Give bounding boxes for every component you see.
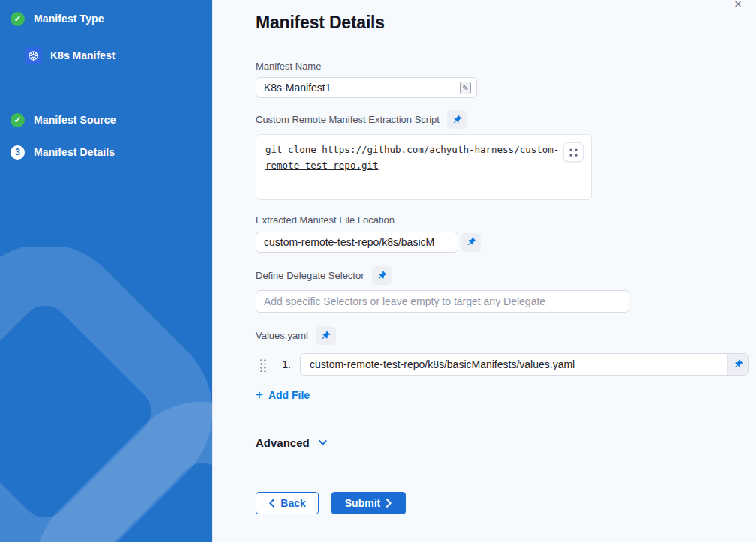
extracted-location-field [256, 232, 756, 253]
delegate-selector-header: Define Delegate Selector [256, 266, 756, 285]
manifest-name-label: Manifest Name [256, 61, 756, 73]
add-file-label: Add File [268, 389, 310, 401]
sidebar-step-manifest-type[interactable]: ✓ Manifest Type [10, 6, 212, 31]
plus-icon: + [256, 390, 263, 400]
chevron-down-icon [317, 437, 328, 448]
chevron-right-icon [386, 499, 392, 508]
extraction-script-runtime-pin-icon[interactable] [447, 110, 467, 129]
submit-button[interactable]: Submit [332, 492, 406, 514]
sidebar-step-manifest-details[interactable]: 3 Manifest Details [10, 139, 212, 165]
back-label: Back [280, 497, 305, 509]
values-yaml-runtime-pin-icon[interactable] [316, 326, 336, 345]
values-yaml-header: Values.yaml [256, 326, 756, 345]
values-file-field [300, 353, 748, 376]
submit-label: Submit [345, 497, 380, 509]
manifest-wizard-dialog: ✓ Manifest Type K8s Manifest ✓ [0, 0, 756, 542]
advanced-label: Advanced [256, 436, 310, 449]
step-label: Manifest Source [34, 114, 116, 126]
values-file-path-input[interactable] [301, 354, 728, 375]
extracted-location-runtime-pin-icon[interactable] [460, 233, 481, 252]
extraction-script-header: Custom Remote Manifest Extraction Script [256, 110, 756, 129]
add-file-button[interactable]: + Add File [256, 389, 310, 401]
delegate-selector-runtime-pin-icon[interactable] [372, 266, 392, 285]
sidebar-step-manifest-source[interactable]: ✓ Manifest Source [10, 107, 212, 133]
wizard-footer: Back Submit [256, 492, 756, 514]
extraction-script-editor[interactable]: git clone https://github.com/achyuth-har… [256, 134, 592, 200]
delegate-selector-input[interactable] [256, 290, 629, 313]
chevron-left-icon [268, 499, 275, 508]
harness-logo-watermark [0, 247, 212, 542]
script-code-text: git clone https://github.com/achyuth-har… [266, 142, 561, 173]
file-index: 1. [276, 358, 291, 370]
page-title: Manifest Details [256, 13, 756, 33]
manifest-name-input[interactable] [256, 78, 460, 97]
edit-name-icon[interactable]: ✎ [460, 82, 471, 94]
manifest-name-field: ✎ [256, 77, 477, 98]
manifest-details-panel: × Manifest Details Manifest Name ✎ Custo… [212, 0, 756, 542]
sidebar-item-k8s-manifest[interactable]: K8s Manifest [25, 46, 212, 64]
close-icon[interactable]: × [733, 0, 743, 12]
selected-manifest-type-label: K8s Manifest [50, 49, 115, 61]
kubernetes-icon [25, 47, 42, 64]
script-url-link: https://github.com/achyuth-harness/ [322, 144, 519, 155]
advanced-section-toggle[interactable]: Advanced [256, 436, 328, 449]
values-yaml-label: Values.yaml [256, 330, 308, 342]
wizard-sidebar: ✓ Manifest Type K8s Manifest ✓ [0, 0, 212, 542]
step-label: Manifest Details [34, 146, 115, 158]
extraction-script-label: Custom Remote Manifest Extraction Script [256, 114, 440, 126]
delegate-selector-label: Define Delegate Selector [256, 270, 364, 282]
back-button[interactable]: Back [256, 492, 319, 514]
step-complete-icon: ✓ [10, 12, 25, 26]
drag-handle-icon[interactable] [260, 358, 267, 372]
extracted-location-label: Extracted Manifest File Location [256, 214, 756, 226]
step-complete-icon: ✓ [10, 113, 25, 127]
extracted-location-input[interactable] [256, 232, 458, 253]
values-file-row: 1. [260, 353, 756, 376]
step-number-badge: 3 [10, 145, 25, 160]
values-file-runtime-pin-icon[interactable] [728, 354, 748, 375]
step-label: Manifest Type [34, 13, 104, 25]
expand-editor-icon[interactable] [563, 142, 584, 162]
